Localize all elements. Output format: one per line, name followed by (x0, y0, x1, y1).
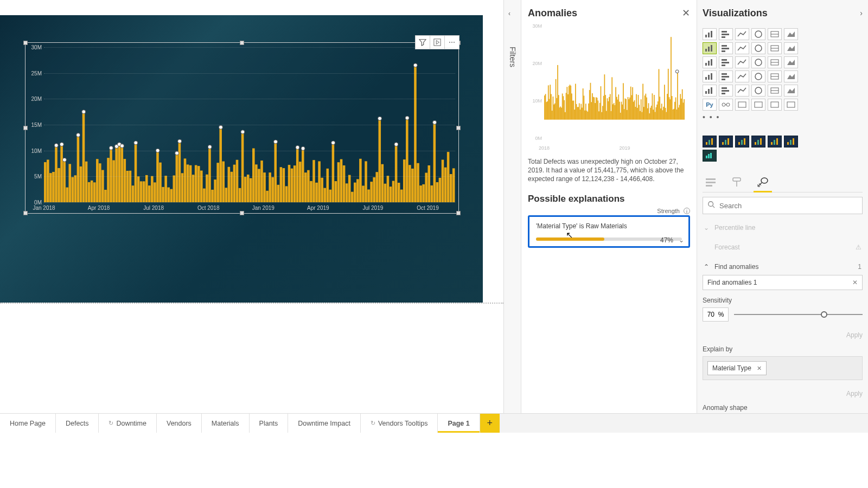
viz-stacked-bar-icon[interactable] (703, 28, 717, 40)
expand-viz-icon[interactable]: › (860, 9, 863, 17)
viz-kpi-icon[interactable] (751, 70, 765, 82)
resize-handle[interactable] (240, 211, 244, 215)
viz-extra-icon[interactable] (751, 99, 765, 111)
viz-ribbon-icon[interactable] (735, 42, 749, 54)
custom-visual-icon[interactable] (735, 136, 749, 147)
svg-rect-109 (340, 159, 343, 202)
custom-visual-icon[interactable] (719, 136, 733, 147)
viz-waterfall-icon[interactable] (751, 42, 765, 54)
find-anomalies-row[interactable]: ⌃ Find anomalies 1 (703, 261, 863, 273)
svg-rect-35 (137, 176, 140, 202)
strength-label-row: Strength i (528, 208, 690, 214)
viz-extra-icon[interactable] (719, 99, 733, 111)
viz-r-visual-icon[interactable] (719, 85, 733, 97)
page-tab[interactable]: Defects (56, 414, 99, 433)
search-box[interactable] (703, 197, 863, 214)
custom-visual-icon[interactable] (703, 136, 717, 147)
page-tab[interactable]: Downtime Impact (288, 414, 361, 433)
resize-handle[interactable] (240, 41, 244, 45)
viz-extra-icon[interactable] (768, 99, 782, 111)
viz-stacked-column-icon[interactable] (735, 28, 749, 40)
custom-visual-icon[interactable] (768, 136, 782, 147)
anomalies-mini-chart[interactable]: 0M10M20M30M20182019 (528, 26, 690, 151)
viz-azure-map-icon[interactable] (784, 56, 798, 68)
page-tab[interactable]: Home Page (0, 414, 56, 433)
viz-key-influencers-icon[interactable] (751, 85, 765, 97)
viz-slicer-icon[interactable] (768, 70, 782, 82)
resize-handle[interactable] (23, 211, 28, 215)
viz-decomposition-icon[interactable] (768, 85, 782, 97)
forecast-row[interactable]: Forecast ⚠ (703, 241, 863, 253)
sensitivity-label: Sensitivity (703, 297, 863, 304)
viz-donut-icon[interactable] (719, 56, 733, 68)
resize-handle[interactable] (23, 41, 28, 45)
search-input[interactable] (719, 202, 858, 210)
svg-rect-83 (269, 172, 271, 202)
custom-visual-icon[interactable] (784, 136, 798, 147)
remove-icon[interactable]: ✕ (852, 279, 858, 286)
svg-rect-199 (566, 93, 567, 119)
svg-rect-316 (675, 98, 676, 120)
viz-line-stacked-icon[interactable] (784, 28, 798, 40)
x-axis-tick: Jan 2019 (252, 205, 275, 211)
percentile-line-row[interactable]: ⌄ Percentile line (703, 222, 863, 234)
add-page-button[interactable]: + (480, 414, 500, 433)
svg-rect-79 (258, 169, 260, 202)
info-icon[interactable]: i (684, 208, 690, 214)
resize-handle[interactable] (456, 211, 461, 215)
apply-button[interactable]: Apply (703, 331, 863, 339)
page-tab[interactable]: Materials (202, 414, 250, 433)
viz-gauge-icon[interactable] (703, 70, 717, 82)
viz-more-icon[interactable]: • • • (703, 113, 863, 121)
viz-qa-icon[interactable] (784, 85, 798, 97)
svg-rect-66 (222, 162, 225, 202)
viz-stacked-area-icon[interactable] (719, 42, 733, 54)
page-tab[interactable]: Page 1 (438, 414, 480, 433)
filters-label[interactable]: Filters (508, 47, 517, 67)
resize-handle[interactable] (456, 126, 461, 130)
custom-visual-icon[interactable] (703, 150, 717, 162)
viz-table-icon[interactable] (784, 70, 798, 82)
analytics-tab-icon[interactable] (756, 176, 770, 189)
page-tab[interactable]: Plants (250, 414, 289, 433)
svg-rect-240 (604, 74, 605, 119)
viz-extra-icon[interactable] (735, 99, 749, 111)
viz-matrix-icon[interactable] (703, 85, 717, 97)
viz-filled-map-icon[interactable] (768, 56, 782, 68)
viz-line-clustered-icon[interactable] (768, 28, 782, 40)
chevron-down-icon[interactable]: ⌄ (679, 236, 684, 244)
viz-scatter-icon[interactable] (784, 42, 798, 54)
resize-handle[interactable] (23, 126, 28, 130)
viz-area-icon[interactable] (703, 42, 717, 54)
viz-pie-icon[interactable] (703, 56, 717, 68)
svg-rect-296 (656, 105, 658, 120)
page-tab[interactable]: Vendors (157, 414, 202, 433)
viz-clustered-bar-icon[interactable] (719, 28, 733, 40)
sensitivity-slider[interactable] (734, 314, 863, 315)
close-anomalies-icon[interactable]: ✕ (682, 7, 690, 19)
page-tab[interactable]: ↻Downtime (99, 414, 157, 433)
format-tab-icon[interactable] (730, 176, 744, 189)
viz-extra-icon[interactable]: Py (703, 99, 717, 111)
fields-tab-icon[interactable] (704, 176, 718, 189)
page-tab[interactable]: ↻Vendors Tooltips (361, 414, 438, 433)
explain-by-well[interactable]: Material Type ✕ (703, 356, 863, 380)
viz-map-icon[interactable] (751, 56, 765, 68)
viz-funnel-icon[interactable] (768, 42, 782, 54)
viz-card-icon[interactable] (719, 70, 733, 82)
explanation-card[interactable]: 'Material Type' is Raw Materials 47% ⌄ (528, 215, 690, 248)
remove-tag-icon[interactable]: ✕ (757, 365, 762, 372)
viz-python-icon[interactable] (735, 85, 749, 97)
apply-button[interactable]: Apply (703, 390, 863, 397)
slider-thumb[interactable] (821, 311, 827, 318)
collapse-filters-icon[interactable]: ‹ (508, 10, 510, 17)
viz-extra-icon[interactable] (784, 99, 798, 111)
viz-clustered-column-icon[interactable] (751, 28, 765, 40)
custom-visual-icon[interactable] (751, 136, 765, 147)
sensitivity-input[interactable] (703, 307, 729, 322)
chart-visual[interactable]: ⋯ 0M5M10M15M20M25M30MJan 2018Apr 2018Jul… (25, 42, 459, 214)
viz-multi-row-icon[interactable] (735, 70, 749, 82)
find-anomalies-pill[interactable]: Find anomalies 1 ✕ (703, 275, 863, 290)
viz-treemap-icon[interactable] (735, 56, 749, 68)
explain-by-tag[interactable]: Material Type ✕ (707, 361, 767, 375)
